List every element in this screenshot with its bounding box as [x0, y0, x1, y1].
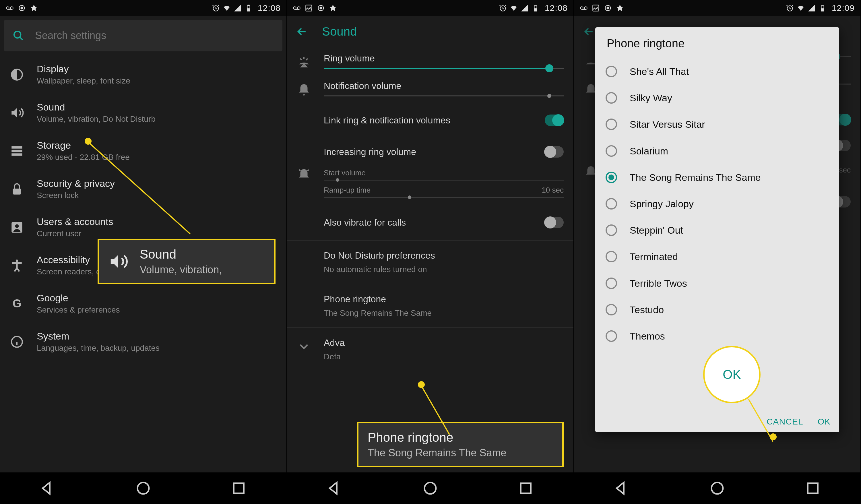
- radio-icon: [605, 251, 617, 262]
- setting-title: Google: [37, 292, 277, 304]
- nav-recent[interactable]: [230, 480, 247, 497]
- setting-title: System: [37, 331, 277, 342]
- ring-icon: [297, 55, 311, 69]
- wifi-icon: [223, 4, 231, 12]
- rampup-slider[interactable]: [324, 197, 564, 198]
- dialog-actions: CANCEL OK: [595, 411, 839, 432]
- ringtone-option[interactable]: Terminated: [595, 243, 839, 270]
- dialog-title: Phone ringtone: [595, 27, 839, 58]
- highlight-dot: [770, 433, 777, 440]
- display-icon: [10, 67, 24, 82]
- svg-point-25: [297, 6, 300, 9]
- ringtone-option[interactable]: Springy Jalopy: [595, 191, 839, 217]
- signal-icon: [808, 4, 816, 12]
- bell-ring-icon: [297, 167, 311, 182]
- divider: [287, 327, 573, 328]
- link-volumes-row[interactable]: Link ring & notification volumes: [287, 103, 573, 138]
- cancel-button[interactable]: CANCEL: [767, 417, 803, 426]
- start-volume-slider[interactable]: [324, 180, 564, 180]
- nav-home[interactable]: [135, 480, 152, 497]
- svg-point-29: [320, 7, 322, 9]
- setting-title: Users & accounts: [37, 216, 277, 227]
- nav-recent[interactable]: [517, 480, 534, 497]
- ringtone-option[interactable]: Silky Way: [595, 85, 839, 111]
- notif-slider[interactable]: [324, 95, 564, 96]
- setting-sub: Current user: [37, 229, 277, 238]
- sound-body: Ring volume Notification volume Link rin…: [287, 47, 573, 473]
- setting-row-security[interactable]: Security & privacyScreen lock: [0, 170, 286, 208]
- nav-home[interactable]: [709, 480, 726, 497]
- advanced-row[interactable]: Adva Defa: [287, 332, 573, 367]
- page-title: Sound: [322, 25, 357, 39]
- callout-title: Phone ringtone: [368, 430, 553, 445]
- setting-row-google[interactable]: G GoogleServices & preferences: [0, 284, 286, 323]
- battery-icon: [819, 4, 826, 12]
- radio-icon: [605, 304, 617, 315]
- nav-back[interactable]: [613, 480, 630, 497]
- vibrate-row[interactable]: Also vibrate for calls: [287, 209, 573, 236]
- increasing-toggle[interactable]: [545, 146, 564, 158]
- setting-row-storage[interactable]: Storage29% used - 22.81 GB free: [0, 132, 286, 170]
- sound-icon: [108, 251, 128, 272]
- status-time: 12:08: [258, 3, 281, 13]
- ringtone-option[interactable]: Steppin' Out: [595, 217, 839, 243]
- svg-point-1: [10, 6, 13, 9]
- svg-point-24: [293, 6, 296, 9]
- search-settings-bar[interactable]: [4, 20, 283, 51]
- status-time: 12:09: [832, 3, 855, 13]
- ringtone-option[interactable]: She's All That: [595, 58, 839, 85]
- toggle-label: Increasing ring volume: [324, 147, 532, 157]
- ringtone-option[interactable]: Themos: [595, 323, 839, 349]
- vibrate-toggle[interactable]: [545, 217, 564, 228]
- ringtone-option[interactable]: Terrible Twos: [595, 270, 839, 297]
- link-toggle[interactable]: [545, 114, 564, 126]
- search-input[interactable]: [35, 30, 274, 42]
- ringtone-row[interactable]: Phone ringtone The Song Remains The Same: [287, 288, 573, 324]
- leaf-icon: [329, 4, 337, 12]
- setting-row-display[interactable]: DisplayWallpaper, sleep, font size: [0, 55, 286, 94]
- radio-icon: [605, 119, 617, 130]
- setting-row-sound[interactable]: SoundVolume, vibration, Do Not Disturb: [0, 94, 286, 132]
- ringtone-option[interactable]: The Song Remains The Same: [595, 164, 839, 191]
- ringtone-option[interactable]: Testudo: [595, 297, 839, 323]
- bell-icon: [297, 82, 311, 97]
- storage-icon: [10, 144, 24, 158]
- ring-volume-row[interactable]: Ring volume: [287, 47, 573, 75]
- svg-rect-34: [521, 483, 531, 493]
- phone-sound: 12:08 Sound Ring volume Notification vol…: [287, 0, 574, 504]
- ringtone-label: Silky Way: [630, 92, 672, 104]
- svg-rect-45: [808, 483, 818, 493]
- sound-icon: [10, 106, 24, 120]
- ringtone-label: The Song Remains The Same: [630, 171, 761, 184]
- phone-settings: 12:08 DisplayWallpaper, sleep, font size…: [0, 0, 287, 504]
- ringtone-label: Themos: [630, 330, 665, 342]
- signal-icon: [521, 4, 529, 12]
- phone-ringtone-dialog: 12:09 10 sec Phone ringtone She's All Th…: [574, 0, 861, 504]
- callout-title: Sound: [140, 247, 222, 261]
- nav-home[interactable]: [422, 480, 439, 497]
- voicemail-icon: [6, 4, 14, 12]
- notif-volume-row[interactable]: Notification volume: [287, 75, 573, 103]
- search-icon: [13, 30, 24, 41]
- back-icon[interactable]: [296, 25, 308, 38]
- row-title: Do Not Disturb preferences: [324, 250, 564, 261]
- svg-rect-12: [12, 146, 23, 148]
- nav-back[interactable]: [326, 480, 343, 497]
- nav-recent[interactable]: [804, 480, 821, 497]
- svg-point-22: [137, 482, 149, 494]
- dnd-row[interactable]: Do Not Disturb preferences No automatic …: [287, 245, 573, 280]
- svg-point-44: [711, 482, 723, 494]
- setting-title: Security & privacy: [37, 178, 277, 189]
- setting-row-system[interactable]: SystemLanguages, time, backup, updates: [0, 323, 286, 361]
- setting-title: Storage: [37, 140, 277, 151]
- nav-back[interactable]: [39, 480, 56, 497]
- ring-slider[interactable]: [324, 68, 564, 69]
- ringtone-option[interactable]: Solarium: [595, 138, 839, 164]
- increasing-row[interactable]: Increasing ring volume: [287, 138, 573, 166]
- ok-button[interactable]: OK: [818, 417, 831, 426]
- sound-topbar: Sound: [287, 16, 573, 47]
- leaf-icon: [616, 4, 624, 12]
- svg-point-36: [584, 6, 587, 9]
- ringtone-option[interactable]: Sitar Versus Sitar: [595, 111, 839, 137]
- row-sub: Defa: [324, 352, 564, 362]
